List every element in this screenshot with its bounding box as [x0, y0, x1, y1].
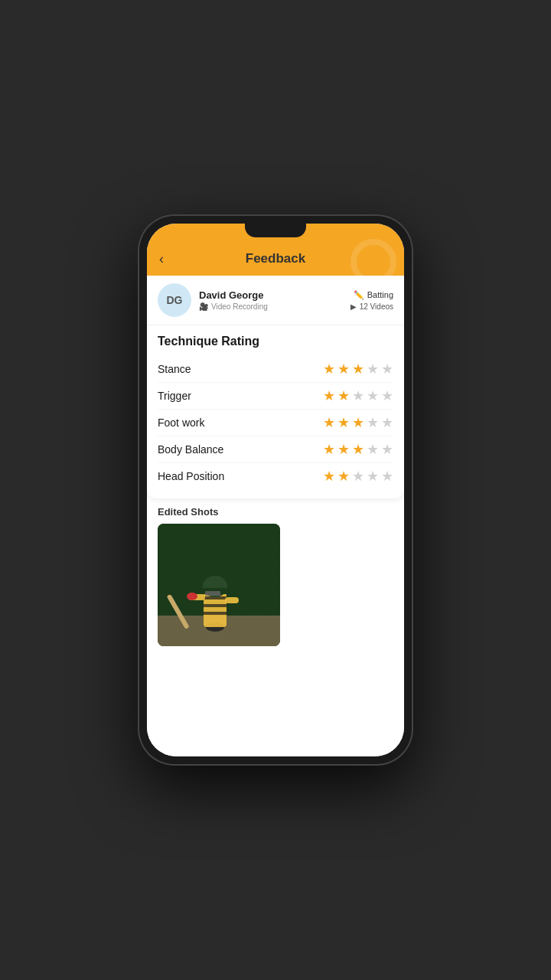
rating-rows-container: Stance★★★★★Trigger★★★★★Foot work★★★★★Bod…	[158, 356, 393, 489]
profile-videos: ▶ 12 Videos	[350, 302, 393, 311]
videos-label: 12 Videos	[360, 302, 393, 311]
star-filled[interactable]: ★	[323, 469, 335, 483]
star-rating[interactable]: ★★★★★	[323, 469, 393, 483]
rating-label: Body Balance	[158, 443, 223, 456]
star-filled[interactable]: ★	[323, 443, 335, 456]
star-rating[interactable]: ★★★★★	[323, 389, 393, 403]
star-filled[interactable]: ★	[352, 362, 364, 376]
star-empty[interactable]: ★	[381, 443, 393, 456]
rating-label: Head Position	[158, 470, 224, 482]
sport-label: Batting	[367, 290, 393, 299]
phone-shell: ‹ Feedback DG David George 🎥 Video Recor…	[138, 214, 413, 766]
star-empty[interactable]: ★	[381, 389, 393, 403]
svg-rect-26	[225, 597, 239, 603]
technique-rating-title: Technique Rating	[158, 335, 393, 348]
star-filled[interactable]: ★	[352, 416, 364, 430]
star-filled[interactable]: ★	[352, 443, 364, 456]
star-empty[interactable]: ★	[381, 416, 393, 430]
star-filled[interactable]: ★	[337, 389, 350, 403]
star-empty[interactable]: ★	[352, 469, 364, 483]
app-header: ‹ Feedback	[147, 245, 404, 276]
edited-shots-section: Edited Shots	[147, 498, 404, 654]
star-filled[interactable]: ★	[323, 416, 335, 430]
star-empty[interactable]: ★	[381, 362, 393, 376]
profile-name: David George	[199, 289, 343, 301]
play-icon: ▶	[350, 302, 357, 311]
rating-row: Stance★★★★★	[158, 356, 393, 383]
star-empty[interactable]: ★	[367, 443, 379, 456]
shot-image[interactable]	[158, 524, 280, 646]
rating-label: Trigger	[158, 390, 191, 402]
star-rating[interactable]: ★★★★★	[323, 362, 393, 376]
profile-meta-text: Video Recording	[211, 302, 268, 311]
rating-row: Trigger★★★★★	[158, 383, 393, 410]
rating-label: Foot work	[158, 416, 204, 429]
svg-rect-20	[204, 604, 227, 607]
star-empty[interactable]: ★	[381, 469, 393, 483]
rating-row: Body Balance★★★★★	[158, 436, 393, 463]
star-rating[interactable]: ★★★★★	[323, 443, 393, 456]
back-button[interactable]: ‹	[159, 251, 164, 267]
svg-rect-24	[205, 591, 220, 596]
svg-rect-21	[204, 612, 227, 615]
star-empty[interactable]: ★	[367, 469, 379, 483]
main-content: Technique Rating Stance★★★★★Trigger★★★★★…	[147, 325, 404, 756]
rating-row: Head Position★★★★★	[158, 463, 393, 489]
star-filled[interactable]: ★	[337, 362, 350, 376]
star-empty[interactable]: ★	[352, 389, 364, 403]
technique-rating-section: Technique Rating Stance★★★★★Trigger★★★★★…	[147, 325, 404, 498]
svg-point-28	[187, 593, 197, 600]
star-filled[interactable]: ★	[337, 416, 350, 430]
phone-screen: ‹ Feedback DG David George 🎥 Video Recor…	[147, 224, 404, 756]
profile-meta: 🎥 Video Recording	[199, 302, 343, 311]
profile-right: ✏️ Batting ▶ 12 Videos	[350, 290, 393, 311]
profile-info: David George 🎥 Video Recording	[199, 289, 343, 311]
rating-row: Foot work★★★★★	[158, 410, 393, 436]
header-decoration	[350, 239, 396, 285]
star-empty[interactable]: ★	[367, 416, 379, 430]
rating-label: Stance	[158, 363, 191, 375]
star-filled[interactable]: ★	[337, 443, 350, 456]
notch	[245, 224, 306, 237]
star-filled[interactable]: ★	[323, 362, 335, 376]
avatar: DG	[158, 283, 191, 317]
edited-shots-title: Edited Shots	[158, 506, 393, 518]
profile-sport: ✏️ Batting	[350, 290, 393, 300]
star-filled[interactable]: ★	[337, 469, 350, 483]
sport-icon: ✏️	[354, 290, 364, 300]
star-rating[interactable]: ★★★★★	[323, 416, 393, 430]
star-empty[interactable]: ★	[367, 362, 379, 376]
video-icon: 🎥	[199, 302, 208, 311]
page-title: Feedback	[246, 251, 305, 266]
star-empty[interactable]: ★	[367, 389, 379, 403]
star-filled[interactable]: ★	[323, 389, 335, 403]
